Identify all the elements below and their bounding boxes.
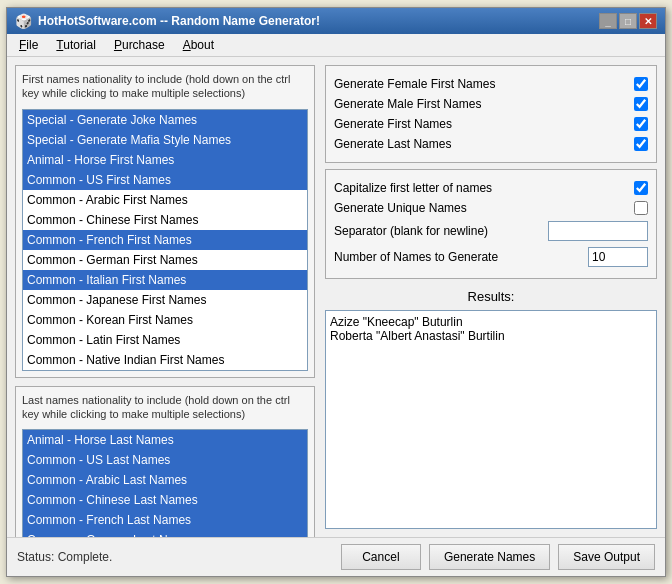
generate-last-checkbox[interactable] [634,137,648,151]
bottom-bar: Status: Complete. Cancel Generate Names … [7,537,665,576]
first-names-group: First names nationality to include (hold… [15,65,315,378]
unique-row: Generate Unique Names [334,198,648,218]
generate-last-row: Generate Last Names [334,134,648,154]
generate-female-label: Generate Female First Names [334,77,495,91]
generate-last-label: Generate Last Names [334,137,451,151]
main-window: 🎲 HotHotSoftware.com -- Random Name Gene… [6,7,666,577]
generate-first-label: Generate First Names [334,117,452,131]
num-names-row: Number of Names to Generate [334,244,648,270]
list-item[interactable]: Common - US First Names [23,170,307,190]
close-button[interactable]: ✕ [639,13,657,29]
separator-row: Separator (blank for newline) [334,218,648,244]
content-area: First names nationality to include (hold… [7,57,665,537]
title-bar: 🎲 HotHotSoftware.com -- Random Name Gene… [7,8,665,34]
list-item[interactable]: Common - US Last Names [23,450,307,470]
list-item[interactable]: Common - Korean First Names [23,310,307,330]
right-panel: Generate Female First Names Generate Mal… [325,65,657,529]
list-item[interactable]: Common - Arabic Last Names [23,470,307,490]
button-group: Cancel Generate Names Save Output [341,544,655,570]
last-names-listbox[interactable]: Animal - Horse Last NamesCommon - US Las… [22,429,308,537]
results-text: Azize "Kneecap" Buturlin Roberta "Albert… [330,315,505,343]
separator-input[interactable] [548,221,648,241]
title-controls: _ □ ✕ [599,13,657,29]
list-item[interactable]: Special - Generate Mafia Style Names [23,130,307,150]
first-names-listbox[interactable]: Special - Generate Joke NamesSpecial - G… [22,109,308,371]
unique-checkbox[interactable] [634,201,648,215]
generate-button[interactable]: Generate Names [429,544,550,570]
num-names-label: Number of Names to Generate [334,250,498,264]
generate-male-checkbox[interactable] [634,97,648,111]
save-button[interactable]: Save Output [558,544,655,570]
last-names-label: Last names nationality to include (hold … [22,393,308,422]
list-item[interactable]: Common - German Last Names [23,530,307,537]
app-icon: 🎲 [15,13,32,29]
menu-bar: File Tutorial Purchase About [7,34,665,57]
menu-purchase[interactable]: Purchase [106,36,173,54]
list-item[interactable]: Common - French First Names [23,230,307,250]
list-item[interactable]: Common - Native Indian First Names [23,350,307,370]
separator-label: Separator (blank for newline) [334,224,488,238]
list-item[interactable]: Common - Latin First Names [23,330,307,350]
generate-female-row: Generate Female First Names [334,74,648,94]
capitalize-label: Capitalize first letter of names [334,181,492,195]
first-names-label: First names nationality to include (hold… [22,72,308,101]
generate-female-checkbox[interactable] [634,77,648,91]
title-bar-left: 🎲 HotHotSoftware.com -- Random Name Gene… [15,13,320,29]
list-item[interactable]: Special - Generate Joke Names [23,110,307,130]
results-label: Results: [325,289,657,304]
menu-file[interactable]: File [11,36,46,54]
list-item[interactable]: Common - Arabic First Names [23,190,307,210]
list-item[interactable]: Common - Chinese Last Names [23,490,307,510]
generate-first-checkbox[interactable] [634,117,648,131]
num-names-input[interactable] [588,247,648,267]
capitalize-row: Capitalize first letter of names [334,178,648,198]
cancel-button[interactable]: Cancel [341,544,421,570]
list-item[interactable]: Common - Japanese First Names [23,290,307,310]
minimize-button[interactable]: _ [599,13,617,29]
options-section-2: Capitalize first letter of names Generat… [325,169,657,279]
unique-label: Generate Unique Names [334,201,467,215]
window-title: HotHotSoftware.com -- Random Name Genera… [38,14,320,28]
left-panel: First names nationality to include (hold… [15,65,315,529]
generate-first-row: Generate First Names [334,114,648,134]
maximize-button[interactable]: □ [619,13,637,29]
generate-male-row: Generate Male First Names [334,94,648,114]
list-item[interactable]: Common - German First Names [23,250,307,270]
list-item[interactable]: Common - Chinese First Names [23,210,307,230]
list-item[interactable]: Animal - Horse First Names [23,150,307,170]
list-item[interactable]: Common - Italian First Names [23,270,307,290]
list-item[interactable]: Common - French Last Names [23,510,307,530]
last-names-group: Last names nationality to include (hold … [15,386,315,537]
capitalize-checkbox[interactable] [634,181,648,195]
list-item[interactable]: Animal - Horse Last Names [23,430,307,450]
generate-male-label: Generate Male First Names [334,97,481,111]
options-section: Generate Female First Names Generate Mal… [325,65,657,163]
status-text: Status: Complete. [17,550,112,564]
menu-about[interactable]: About [175,36,222,54]
menu-tutorial[interactable]: Tutorial [48,36,104,54]
results-box: Azize "Kneecap" Buturlin Roberta "Albert… [325,310,657,529]
